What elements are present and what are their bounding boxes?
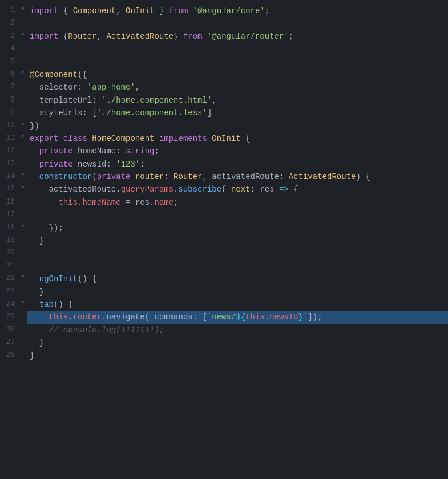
code-line: 13 private newsId: '123'; [0,158,448,171]
code-line: 10▾}) [0,120,448,132]
token: ; [265,6,269,15]
fold-arrow[interactable] [18,17,27,26]
token: : [92,96,102,105]
fold-arrow[interactable] [18,94,27,103]
fold-arrow[interactable] [18,234,27,243]
fold-arrow[interactable] [18,247,27,256]
token: constructor [39,172,92,181]
code-line: 8 templateUrl: './home.component.html', [0,94,448,107]
line-number: 5 [0,56,18,68]
line-number: 20 [0,247,18,259]
token: implements [159,134,207,143]
token: ( [221,185,231,194]
fold-arrow[interactable] [18,286,27,295]
token: : [279,172,289,181]
fold-arrow[interactable] [18,56,27,65]
token: router [73,312,102,322]
fold-arrow[interactable] [18,196,27,205]
token: HomeComponent [92,134,154,143]
token: }); [49,224,63,233]
code-line: 20 [0,247,448,259]
code-line: 26 // console.log(1111111); [0,324,448,336]
token: selector [39,83,78,92]
code-line: 17 [0,209,448,221]
fold-arrow[interactable] [18,81,27,90]
token: : [251,185,260,194]
code-line: 14▾ constructor(private router: Router, … [0,171,448,183]
fold-arrow[interactable]: ▾ [18,68,27,78]
token: class [63,134,87,143]
code-content: } [27,336,448,349]
fold-arrow[interactable]: ▾ [18,273,27,282]
fold-arrow[interactable]: ▾ [18,5,27,14]
token: { [58,32,68,41]
token: ; [140,160,144,169]
fold-arrow[interactable] [18,324,27,333]
token [188,6,192,15]
line-number: 4 [0,43,18,55]
fold-arrow[interactable] [18,43,27,52]
fold-arrow[interactable] [18,311,27,320]
line-number: 19 [0,234,18,246]
code-line: 5 [0,56,448,68]
token: import [30,32,58,41]
line-number: 11 [0,132,18,144]
token: this [58,198,78,207]
code-content: ngOnInit() { [27,273,448,285]
fold-arrow[interactable] [18,158,27,167]
token: navigate [106,312,144,322]
fold-arrow[interactable]: ▾ [18,183,27,192]
token: } [30,351,34,360]
fold-arrow[interactable] [18,350,27,359]
code-content [27,43,448,55]
token: { [241,134,251,143]
token: , [203,172,212,181]
line-number: 15 [0,183,18,195]
token: '123' [116,160,140,169]
fold-arrow[interactable]: ▾ [18,171,27,180]
fold-arrow[interactable] [18,209,27,218]
code-content: styleUrls: ['./home.component.less'] [27,107,448,119]
token: ; [154,147,159,156]
token: activatedRoute [212,172,279,181]
code-line: 6▾@Component({ [0,68,448,81]
fold-arrow[interactable] [18,107,27,116]
fold-arrow[interactable]: ▾ [18,222,27,231]
fold-arrow[interactable]: ▾ [18,120,27,129]
token: Router [173,172,202,181]
fold-arrow[interactable]: ▾ [18,298,27,307]
token [87,134,92,143]
code-content: this.homeName = res.name; [27,196,448,209]
fold-arrow[interactable] [18,336,27,346]
token: private [39,160,73,169]
token: private [39,147,73,156]
token: name [155,198,174,207]
token: Router [68,32,96,41]
line-number: 6 [0,68,18,80]
fold-arrow[interactable]: ▾ [18,30,27,39]
line-number: 2 [0,17,18,29]
token: '@angular/core' [193,6,265,15]
token: '@angular/router' [207,32,289,41]
token [73,160,78,169]
line-number: 14 [0,171,18,182]
code-content: }) [27,120,448,132]
token: Component [73,6,116,15]
code-line: 19 } [0,234,448,247]
token: = [121,198,135,207]
fold-arrow[interactable] [18,145,27,154]
token: from [183,32,203,41]
token: homeName [82,198,120,207]
code-content: templateUrl: './home.component.html', [27,94,448,107]
fold-arrow[interactable]: ▾ [18,132,27,141]
token [73,147,78,156]
navigate-highlight: commands: [`news/${this.newsId}`] [150,312,313,322]
token: OnInit [212,134,240,143]
fold-arrow[interactable] [18,260,27,269]
token [58,134,63,143]
token [154,134,159,143]
code-line: 4 [0,43,448,55]
token: } [298,312,303,322]
line-number: 16 [0,196,18,208]
token: export [30,134,58,143]
